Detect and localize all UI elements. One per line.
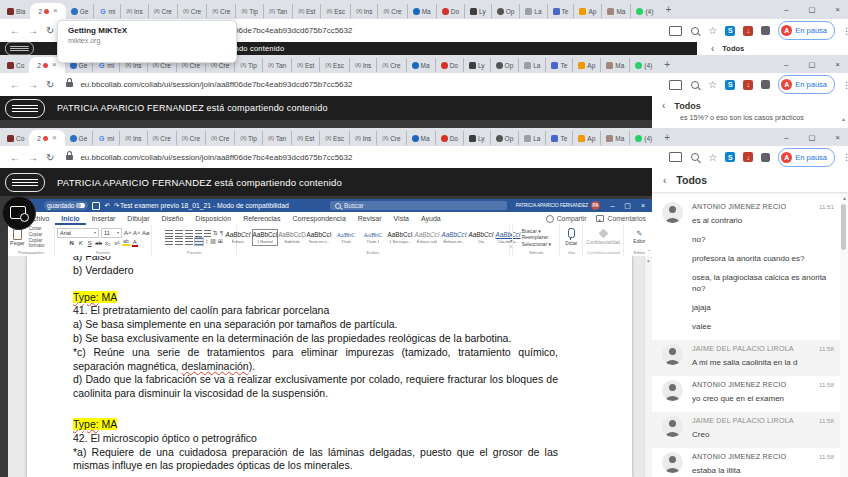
window-close-button[interactable]: × bbox=[826, 133, 848, 142]
browser-tab[interactable]: Ge bbox=[65, 131, 93, 145]
browser-menu-icon[interactable]: ⋮ bbox=[842, 26, 848, 36]
style-chip[interactable]: AaBbCcI1 Sin espa... bbox=[387, 229, 413, 246]
browser-tab[interactable]: (X)Tip bbox=[234, 58, 262, 72]
browser-tab[interactable]: Ma bbox=[600, 131, 629, 145]
browser-tab[interactable]: (4) bbox=[629, 131, 657, 145]
browser-tab[interactable]: (X)Cre bbox=[177, 4, 206, 18]
ribbon-tab-inicio[interactable]: Inicio bbox=[55, 212, 85, 225]
grow-font-button[interactable]: A˄ bbox=[124, 229, 131, 237]
browser-tab[interactable]: (X)Tip bbox=[234, 131, 262, 145]
superscript-button[interactable]: x² bbox=[113, 239, 120, 247]
paste-button[interactable]: Pegar bbox=[10, 229, 25, 246]
browser-tab[interactable]: (4) bbox=[630, 4, 658, 18]
style-chip[interactable]: AaBbCcITexto en n... bbox=[306, 229, 332, 246]
word-maximize-button[interactable]: ▢ bbox=[619, 202, 636, 210]
back-chevron-icon[interactable]: ‹ bbox=[663, 175, 666, 186]
browser-tab[interactable]: Gmi bbox=[92, 131, 119, 145]
document-page[interactable]: a) Falsob) VerdaderoType: MA41. El pretr… bbox=[27, 256, 632, 477]
window-maximize-button[interactable]: ▢ bbox=[799, 60, 826, 69]
sensitivity-icon[interactable] bbox=[598, 228, 608, 238]
style-chip[interactable]: AaBbCcIÉnfasis bbox=[225, 229, 251, 246]
change-case-button[interactable]: Aa bbox=[142, 229, 149, 237]
skype-extension-icon[interactable]: S bbox=[725, 80, 735, 90]
browser-tab[interactable]: Co bbox=[2, 58, 29, 72]
line-spacing-button[interactable]: ↕ bbox=[205, 238, 208, 245]
align-center-button[interactable] bbox=[175, 238, 183, 245]
subscript-button[interactable]: x₂ bbox=[104, 239, 111, 247]
window-maximize-button[interactable]: ▢ bbox=[799, 133, 826, 142]
browser-tab-active[interactable]: 2× bbox=[29, 130, 64, 146]
browser-tab[interactable]: (X)Ins bbox=[119, 131, 146, 145]
browser-tab[interactable]: Op bbox=[490, 58, 519, 72]
skype-extension-icon[interactable]: S bbox=[725, 26, 735, 36]
browser-tab[interactable]: Te bbox=[545, 131, 572, 145]
extensions-puzzle-icon[interactable] bbox=[761, 153, 770, 162]
sort-button[interactable]: ⇅ bbox=[213, 230, 218, 237]
browser-tab[interactable]: Ma bbox=[601, 4, 630, 18]
back-chevron-icon[interactable]: ‹ bbox=[662, 100, 665, 111]
browser-tab[interactable]: Bla bbox=[2, 4, 30, 18]
share-button[interactable]: Compartir bbox=[546, 215, 587, 223]
session-menu-icon[interactable] bbox=[5, 42, 34, 55]
browser-tab[interactable]: (X)Ins bbox=[349, 131, 376, 145]
scrollbar-thumb[interactable] bbox=[841, 204, 846, 250]
browser-tab[interactable]: Do bbox=[435, 58, 463, 72]
browser-tab[interactable]: Op bbox=[490, 131, 519, 145]
chat-header-l1[interactable]: ‹ Todos bbox=[697, 42, 848, 55]
ribbon-tab-insertar[interactable]: Insertar bbox=[86, 212, 122, 225]
extensions-puzzle-icon[interactable] bbox=[761, 26, 770, 35]
reload-icon[interactable]: ↻ bbox=[46, 79, 54, 90]
browser-tab[interactable]: (X)Est bbox=[291, 131, 319, 145]
ribbon-tab-referencias[interactable]: Referencias bbox=[237, 212, 286, 225]
bold-button[interactable]: N bbox=[68, 239, 75, 247]
increase-indent-button[interactable] bbox=[204, 230, 211, 237]
strikethrough-button[interactable]: ab bbox=[95, 239, 102, 247]
session-menu-icon[interactable] bbox=[5, 99, 45, 118]
browser-tab[interactable]: Gmi bbox=[93, 4, 120, 18]
new-tab-button[interactable]: + bbox=[657, 132, 677, 143]
recording-paused-badge[interactable]: AEn pausa bbox=[778, 148, 835, 167]
save-icon[interactable] bbox=[92, 202, 100, 210]
browser-menu-icon[interactable]: ⋮ bbox=[842, 152, 848, 162]
align-left-button[interactable] bbox=[165, 238, 173, 245]
document-scrollbar[interactable]: ▴ bbox=[644, 256, 652, 477]
browser-tab[interactable]: La bbox=[518, 131, 545, 145]
window-minimize-button[interactable]: – bbox=[774, 133, 798, 142]
font-size-select[interactable]: 11▾ bbox=[101, 228, 122, 238]
undo-icon[interactable]: ↶ bbox=[104, 201, 109, 210]
cast-icon[interactable] bbox=[669, 26, 682, 36]
window-minimize-button[interactable]: – bbox=[774, 60, 798, 69]
shading-button[interactable]: ▨ bbox=[210, 238, 216, 245]
browser-tab[interactable]: Ma bbox=[600, 58, 629, 72]
browser-tab[interactable]: (X)Est bbox=[291, 58, 319, 72]
reload-icon[interactable]: ↻ bbox=[46, 25, 54, 36]
back-icon[interactable]: ← bbox=[10, 152, 20, 163]
browser-tab[interactable]: (X)Tan bbox=[262, 58, 291, 72]
new-tab-button[interactable]: + bbox=[657, 59, 677, 70]
browser-tab[interactable]: Do bbox=[435, 131, 463, 145]
zoom-lens-icon[interactable] bbox=[691, 27, 699, 35]
zoom-lens-icon[interactable] bbox=[691, 153, 699, 161]
browser-tab[interactable]: (X)Ins bbox=[349, 58, 376, 72]
browser-tab[interactable]: (X)Cre bbox=[377, 4, 406, 18]
ribbon-tab-vista[interactable]: Vista bbox=[388, 212, 415, 225]
style-chip[interactable]: AaBbCTítulo bbox=[333, 229, 359, 246]
extensions-puzzle-icon[interactable] bbox=[761, 80, 770, 89]
text-highlight-button[interactable]: ab bbox=[122, 239, 130, 246]
comments-button[interactable]: Comentarios bbox=[596, 215, 646, 222]
numbered-list-button[interactable] bbox=[175, 230, 183, 237]
browser-tab[interactable]: Co bbox=[2, 131, 29, 145]
word-search-box[interactable]: Buscar bbox=[330, 201, 507, 210]
bullet-list-button[interactable] bbox=[165, 230, 173, 237]
reload-icon[interactable]: ↻ bbox=[46, 152, 54, 163]
back-chevron-icon[interactable]: ‹ bbox=[711, 43, 714, 54]
window-close-button[interactable]: × bbox=[826, 60, 848, 69]
bookmark-star-icon[interactable]: ☆ bbox=[708, 25, 717, 36]
autosave-toggle[interactable]: guardado bbox=[44, 201, 88, 210]
font-color-button[interactable]: A bbox=[132, 239, 138, 247]
browser-tab[interactable]: La bbox=[518, 58, 545, 72]
url-text[interactable]: eu.bbcollab.com/collab/ui/session/join/a… bbox=[80, 153, 352, 162]
user-avatar[interactable]: PA bbox=[591, 201, 600, 210]
browser-tab[interactable]: (X)Tan bbox=[262, 131, 291, 145]
format-painter-button[interactable]: Copiar formato bbox=[29, 238, 52, 248]
